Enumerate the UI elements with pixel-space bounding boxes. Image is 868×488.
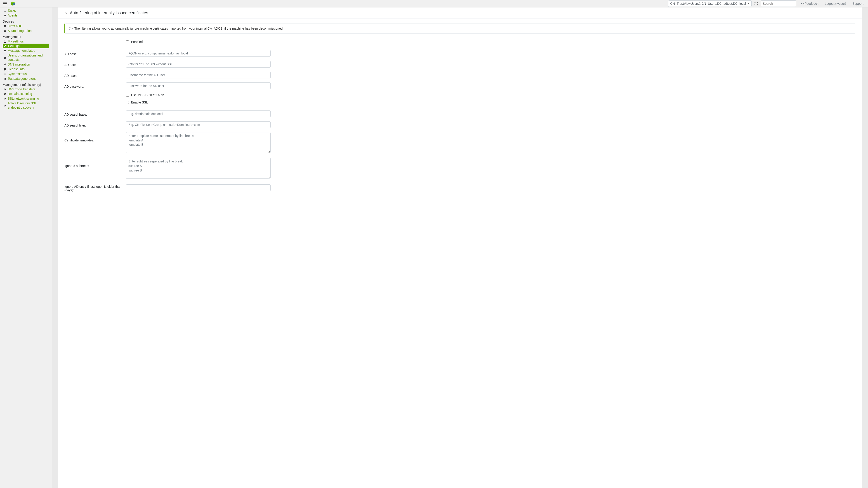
md5-digest-checkbox[interactable]	[126, 94, 129, 97]
logout-label: Logout (tvuser)	[825, 2, 846, 5]
sidebar-item-label: License info	[8, 67, 49, 71]
ad-password-label: AD password:	[64, 84, 126, 88]
sidebar-item-dns-zone-transfers[interactable]: DNS zone transfers	[0, 87, 52, 92]
sidebar-item-license-info[interactable]: License info	[0, 67, 52, 72]
sidebar-item-label: DNS zone transfers	[8, 87, 49, 92]
sidebar-item-dns-integration[interactable]: DNS integration	[0, 62, 52, 67]
sidebar-item-label: Testdata generators	[8, 76, 49, 81]
sidebar-item-label: DNS integration	[8, 62, 49, 67]
question-circle-icon: ?	[69, 27, 72, 30]
sidebar-discovery-group: DNS zone transfersDomain scanningSSL net…	[0, 87, 52, 110]
enabled-checkbox[interactable]	[126, 40, 129, 43]
sidebar-devices-group: Citrix ADCAzure integration	[0, 24, 52, 33]
feedback-label: Feedback	[804, 2, 818, 5]
enable-ssl-label: Enable SSL	[131, 101, 148, 104]
enable-ssl-checkbox[interactable]	[126, 101, 129, 104]
sidebar-item-my-settings[interactable]: My settings	[0, 39, 52, 44]
feedback-link[interactable]: Feedback	[798, 2, 820, 6]
navbar: CN=TrustViewUsers2,CN=Users,DC=adtest,DC…	[0, 0, 868, 7]
eye-icon	[3, 104, 6, 107]
ad-searchbase-input[interactable]	[126, 110, 271, 117]
sidebar-header-discovery: Management (of discovery)	[0, 81, 52, 87]
chat-icon	[3, 49, 6, 53]
section-title: Auto-filtering of internally issued cert…	[70, 11, 148, 15]
cert-templates-textarea[interactable]	[126, 132, 271, 153]
ad-host-label: AD host:	[64, 51, 126, 56]
sidebar-item-message-templates[interactable]: Message templates	[0, 48, 52, 53]
svg-point-8	[4, 57, 5, 57]
sidebar-item-label: Citrix ADC	[8, 24, 49, 28]
logout-link[interactable]: Logout (tvuser)	[823, 2, 848, 5]
content-wrap: Auto-filtering of internally issued cert…	[52, 7, 868, 488]
sidebar-item-tasks[interactable]: Tasks	[0, 8, 52, 13]
gear-icon	[3, 77, 6, 80]
user-icon	[3, 40, 6, 43]
cert-templates-label: Certificate templates:	[64, 132, 126, 142]
sidebar-item-label: Azure integration	[8, 29, 49, 33]
sidebar-item-label: Domain scanning	[8, 92, 49, 96]
sidebar-item-active-directory-ssl-endpoint-discovery[interactable]: Active Directory SSL endpoint discovery	[0, 101, 52, 110]
sidebar-header-devices: Devices	[0, 18, 52, 24]
sidebar-top-group: TasksAgents	[0, 8, 52, 18]
ad-user-label: AD user:	[64, 72, 126, 77]
sidebar-management-group: My settingsSettingsMessage templatesUser…	[0, 39, 52, 81]
sidebar-item-systemstatus[interactable]: Systemstatus	[0, 72, 52, 76]
eye-icon	[3, 92, 6, 96]
sidebar-item-settings[interactable]: Settings	[3, 43, 49, 48]
sidebar-item-domain-scanning[interactable]: Domain scanning	[0, 92, 52, 96]
ad-host-input[interactable]	[126, 50, 271, 57]
svg-rect-6	[4, 31, 6, 32]
svg-rect-5	[4, 30, 6, 31]
sidebar-item-azure-integration[interactable]: Azure integration	[0, 29, 52, 33]
ad-port-label: AD port:	[64, 62, 126, 67]
sidebar-item-label: Users, organizations and contacts	[8, 53, 49, 62]
chevron-down-icon	[64, 11, 68, 15]
sidebar-item-label: My settings	[8, 39, 49, 43]
hamburger-menu-button[interactable]	[2, 1, 8, 6]
ad-port-input[interactable]	[126, 61, 271, 68]
app-logo[interactable]	[10, 1, 16, 6]
ignore-last-logon-label: Ignore AD entry if last logon is older t…	[64, 184, 126, 192]
md5-digest-label: Use MD5-DIGEST auth	[131, 93, 164, 97]
sidebar-item-label: Settings	[8, 44, 46, 48]
sidebar-item-citrix-adc[interactable]: Citrix ADC	[0, 24, 52, 29]
svg-rect-11	[4, 69, 5, 70]
support-label: Support	[852, 2, 864, 5]
sidebar-item-label: SSL network scanning	[8, 96, 49, 101]
search-input[interactable]	[761, 0, 796, 7]
ad-password-input[interactable]	[126, 83, 271, 89]
settings-form: Enabled AD host: AD port:	[58, 38, 862, 198]
ad-searchfilter-input[interactable]	[126, 121, 271, 128]
sidebar-item-label: Message templates	[8, 48, 49, 53]
sidebar-item-label: Systemstatus	[8, 72, 49, 76]
ignored-subtrees-label: Ignored subtrees:	[64, 158, 126, 168]
enabled-label: Enabled	[131, 40, 143, 43]
eye-icon	[3, 97, 6, 100]
server-icon	[3, 29, 6, 32]
info-icon	[3, 68, 6, 71]
sidebar-item-agents[interactable]: Agents	[0, 13, 52, 18]
ignore-last-logon-input[interactable]	[126, 184, 271, 191]
content: Auto-filtering of internally issued cert…	[58, 7, 862, 488]
sidebar-item-ssl-network-scanning[interactable]: SSL network scanning	[0, 96, 52, 101]
section-header-autofiltering[interactable]: Auto-filtering of internally issued cert…	[58, 7, 862, 19]
list-icon	[3, 14, 6, 17]
sidebar-item-users-organizations-and-contacts[interactable]: Users, organizations and contacts	[0, 53, 52, 62]
fullscreen-icon[interactable]	[753, 1, 759, 6]
wrench-icon	[3, 63, 6, 66]
sidebar-item-testdata-generators[interactable]: Testdata generators	[0, 76, 52, 81]
support-link[interactable]: Support	[850, 2, 866, 5]
info-text: The filtering allows you to automaticall…	[74, 27, 283, 30]
ignored-subtrees-textarea[interactable]	[126, 158, 271, 178]
server-icon	[3, 24, 6, 28]
wrench-icon	[4, 44, 7, 48]
svg-point-9	[5, 57, 6, 58]
layout: TasksAgents Devices Citrix ADCAzure inte…	[0, 7, 868, 488]
ad-user-input[interactable]	[126, 72, 271, 78]
users-icon	[3, 56, 6, 59]
bars-icon	[3, 72, 6, 75]
context-select[interactable]: CN=TrustViewUsers2,CN=Users,DC=adtest,DC…	[668, 0, 752, 7]
svg-rect-4	[4, 26, 6, 27]
svg-rect-3	[4, 25, 6, 26]
svg-rect-12	[4, 68, 5, 69]
